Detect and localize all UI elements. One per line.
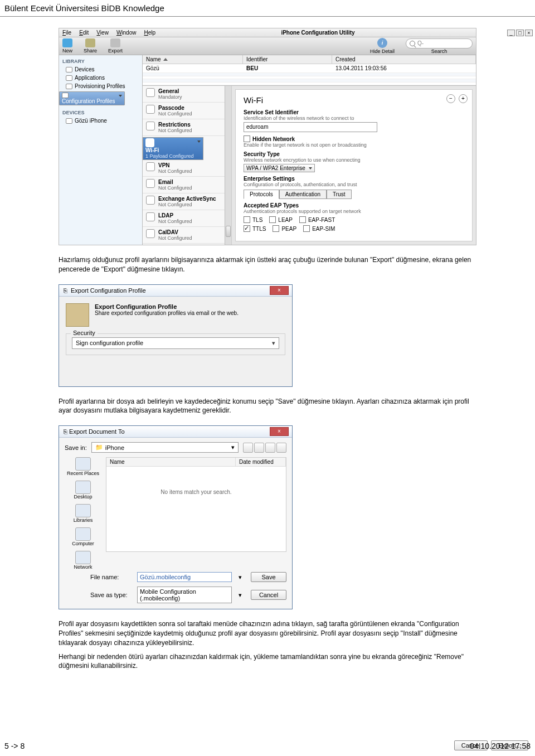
apps-icon — [66, 75, 72, 81]
remove-payload-button[interactable]: − — [446, 94, 455, 103]
payload-title: Restrictions — [158, 122, 192, 128]
viewmode-button[interactable] — [276, 443, 286, 453]
provisioning-icon — [66, 84, 72, 89]
sidebar-item-provisioning[interactable]: Provisioning Profiles — [59, 82, 142, 90]
tab-authentication[interactable]: Authentication — [279, 190, 327, 199]
sidebar-item-device-1[interactable]: Gözü iPhone — [59, 117, 142, 125]
close-icon[interactable]: × — [270, 427, 289, 436]
search-input[interactable]: Q- — [406, 38, 473, 49]
cancel-button[interactable]: Cancel — [251, 590, 286, 600]
up-button[interactable] — [254, 443, 264, 453]
ssid-label: Service Set Identifier — [244, 109, 464, 115]
hidden-checkbox[interactable] — [244, 135, 250, 142]
sidebar-item-config-profiles[interactable]: Configuration Profiles — [59, 91, 125, 105]
menu-window[interactable]: Window — [116, 30, 137, 36]
folder-dropdown[interactable]: 📁iPhone▾ — [91, 442, 239, 453]
place-desktop[interactable]: Desktop — [74, 481, 92, 500]
eap-desc: Authentication protocols supported on ta… — [244, 209, 464, 214]
eapsim-label: EAP-SIM — [312, 226, 335, 232]
payload-passcode[interactable]: PasscodeNot Configured — [143, 103, 231, 119]
sectype-label: Security Type — [244, 151, 464, 157]
tab-protocols[interactable]: Protocols — [244, 190, 279, 199]
sidebar-item-applications[interactable]: Applications — [59, 74, 142, 82]
toolbar: New Share Export iHide Detail Q- Search — [59, 37, 476, 55]
peap-label: PEAP — [281, 226, 296, 232]
payload-sub: Not Configured — [158, 219, 192, 224]
payload-caldav[interactable]: CalDAVNot Configured — [143, 227, 231, 244]
payload-title: Email — [158, 179, 192, 185]
eapfast-checkbox[interactable] — [299, 216, 306, 223]
col-date[interactable]: Date modified — [236, 458, 286, 466]
sign-dropdown[interactable]: Sign configuration profile — [72, 337, 279, 349]
payload-sub: Mandatory — [158, 94, 182, 100]
place-recent[interactable]: Recent Places — [67, 457, 99, 476]
share-button[interactable]: Share — [84, 38, 97, 54]
payload-title: LDAP — [158, 212, 192, 219]
export-label: Export — [108, 48, 123, 54]
tls-checkbox[interactable] — [244, 216, 250, 223]
caldav-icon — [146, 229, 155, 238]
minimize-icon[interactable]: _ — [507, 30, 515, 36]
payload-email[interactable]: EmailNot Configured — [143, 177, 231, 193]
folder-icon: 📁 — [95, 444, 103, 451]
place-libraries[interactable]: Libraries — [74, 504, 93, 523]
sidebar-item-devices[interactable]: Devices — [59, 65, 142, 74]
sidebar-label: Provisioning Profiles — [75, 83, 125, 89]
payload-general[interactable]: GeneralMandatory — [143, 86, 231, 103]
payload-wifi[interactable]: Wi-Fi1 Payload Configured — [143, 137, 203, 160]
scrollbar[interactable] — [225, 86, 231, 245]
menu-view[interactable]: View — [96, 30, 109, 36]
payload-restrictions[interactable]: RestrictionsNot Configured — [143, 119, 231, 136]
place-computer[interactable]: Computer — [72, 527, 94, 546]
table-row[interactable]: Gözü BEU 13.04.2011 19:03:56 — [143, 64, 476, 73]
tab-trust[interactable]: Trust — [327, 190, 351, 199]
menu-help[interactable]: Help — [144, 30, 155, 36]
profile-icon — [62, 93, 69, 98]
paragraph-3: Profil ayar dosyasını kaydettikten sonra… — [59, 619, 476, 647]
col-created[interactable]: Created — [332, 55, 476, 64]
filename-input[interactable]: Gözü.mobileconfig — [137, 572, 232, 582]
folder-name: iPhone — [105, 444, 124, 451]
new-button[interactable]: New — [62, 38, 72, 54]
dialog-title: Export Document To — [69, 428, 124, 435]
add-payload-button[interactable]: + — [459, 94, 468, 103]
no-items-label: No items match your search. — [106, 467, 286, 517]
export-icon — [110, 38, 120, 47]
ssid-input[interactable]: eduroam — [244, 122, 377, 132]
menu-edit[interactable]: Edit — [79, 30, 89, 36]
export-button[interactable]: Export — [108, 38, 123, 54]
payload-vpn[interactable]: VPNNot Configured — [143, 160, 231, 177]
menubar: File Edit View Window Help iPhone Config… — [59, 28, 476, 37]
scrollbar-thumb[interactable] — [226, 226, 231, 237]
place-label: Network — [74, 564, 92, 570]
payload-title: VPN — [158, 162, 192, 168]
type-dropdown[interactable]: Mobile Configuration (.mobileconfig) — [137, 587, 232, 603]
place-network[interactable]: Network — [74, 551, 92, 570]
eapsim-checkbox[interactable] — [303, 225, 310, 232]
export-icon: ⎘ — [64, 287, 67, 294]
payload-eas[interactable]: Exchange ActiveSyncNot Configured — [143, 193, 231, 210]
close-icon[interactable]: × — [525, 30, 533, 36]
payload-sub: Not Configured — [158, 128, 192, 133]
back-button[interactable] — [243, 443, 253, 453]
hide-detail-button[interactable]: iHide Detail — [370, 38, 395, 54]
close-icon[interactable]: × — [270, 286, 289, 295]
maximize-icon[interactable]: □ — [516, 30, 524, 36]
share-label: Share — [84, 48, 97, 54]
col-name[interactable]: Name — [143, 55, 243, 64]
save-button[interactable]: Save — [251, 572, 286, 582]
place-label: Recent Places — [67, 471, 99, 476]
sidebar-header-devices: DEVICES — [59, 109, 142, 117]
newfolder-button[interactable] — [265, 443, 275, 453]
payload-ldap[interactable]: LDAPNot Configured — [143, 210, 231, 227]
leap-checkbox[interactable] — [269, 216, 276, 223]
peap-checkbox[interactable] — [273, 225, 279, 232]
page-date: 04.10.2012 17:58 — [470, 742, 531, 750]
col-identifier[interactable]: Identifier — [243, 55, 332, 64]
sectype-dropdown[interactable]: WPA / WPA2 Enterprise — [244, 164, 315, 172]
menu-file[interactable]: File — [62, 30, 71, 36]
ldap-icon — [146, 212, 155, 221]
col-name[interactable]: Name — [106, 458, 236, 466]
ttls-checkbox[interactable] — [244, 225, 250, 232]
sort-asc-icon — [163, 58, 168, 61]
